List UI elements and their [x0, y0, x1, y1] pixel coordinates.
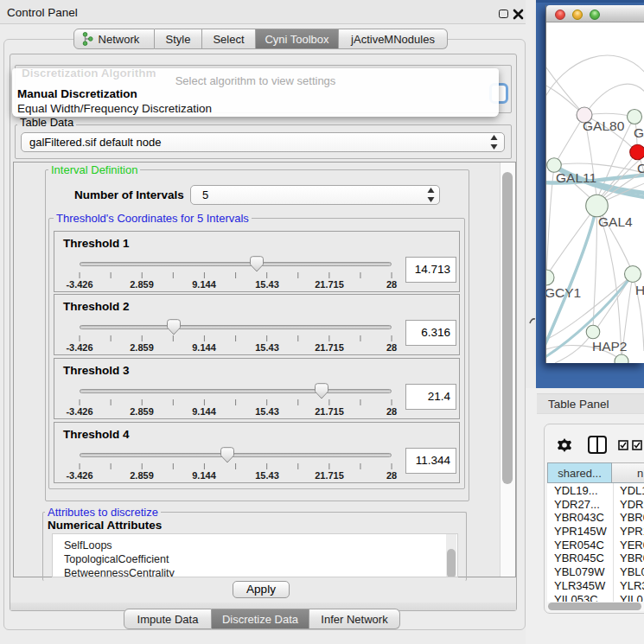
svg-text:H: H: [635, 283, 644, 297]
svg-text:GAL11: GAL11: [556, 170, 596, 185]
svg-text:HAP2: HAP2: [592, 339, 628, 354]
svg-text:C: C: [637, 161, 644, 175]
svg-text:GAL80: GAL80: [583, 118, 625, 133]
svg-text:GCY1: GCY1: [546, 285, 581, 300]
svg-text:GA: GA: [634, 125, 644, 140]
svg-text:GAL4: GAL4: [598, 214, 633, 229]
